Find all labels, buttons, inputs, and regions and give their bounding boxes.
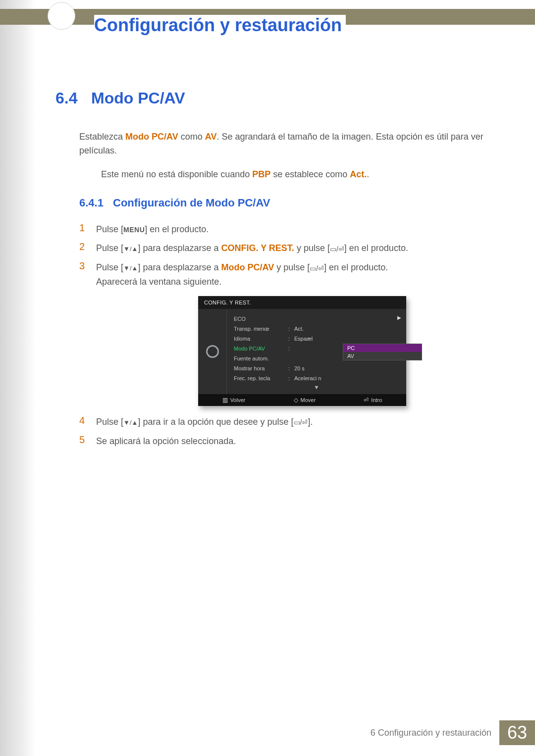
- step-3: 3 Pulse [▼/▲] para desplazarse a Modo PC…: [79, 260, 495, 289]
- down-arrow-icon: ▼: [234, 384, 399, 390]
- osd-row-transp: Transp. menœ:Act.: [234, 324, 399, 334]
- osd-option-av: AV: [343, 352, 422, 360]
- text: y pulse [: [274, 262, 310, 272]
- source-return-icon: ▭/⏎: [294, 419, 308, 426]
- right-arrow-icon: ▶: [397, 315, 401, 320]
- step-body: Se aplicará la opción seleccionada.: [96, 434, 495, 449]
- colon: :: [288, 336, 294, 342]
- text: Establezca: [79, 132, 125, 142]
- osd-footer-label: Volver: [230, 397, 246, 403]
- highlight-pbp: PBP: [252, 169, 270, 179]
- source-return-icon: ▭/⏎: [330, 246, 344, 252]
- osd-value: Espaæl: [294, 336, 399, 342]
- highlight-config-y-rest: CONFIG. Y REST.: [221, 243, 294, 253]
- step-2: 2 Pulse [▼/▲] para desplazarse a CONFIG.…: [79, 241, 495, 255]
- text: Pulse [: [96, 417, 123, 427]
- down-up-arrow-icon: ▼/▲: [123, 265, 138, 271]
- step-body: Pulse [▼/▲] para desplazarse a CONFIG. Y…: [96, 241, 495, 255]
- osd-label: Modo PC/AV: [234, 346, 288, 352]
- step-number: 2: [79, 241, 96, 252]
- step-number: 3: [79, 260, 96, 272]
- intro-paragraph: Establezca Modo PC/AV como AV. Se agrand…: [79, 130, 495, 158]
- step-number: 4: [79, 415, 96, 426]
- osd-dropdown: PC AV: [343, 344, 422, 360]
- left-gradient-stripe: [0, 0, 36, 756]
- text: y pulse [: [294, 243, 330, 253]
- down-up-arrow-icon: ▼/▲: [123, 419, 138, 426]
- osd-label: Idioma: [234, 336, 288, 342]
- back-icon: ▥: [222, 397, 228, 403]
- osd-body: ▶ ECO Transp. menœ:Act. Idioma:Espaæl Mo…: [198, 309, 406, 394]
- text: ] en el producto.: [344, 243, 408, 253]
- text: ] en el producto.: [145, 224, 209, 234]
- menu-button-label: MENU: [123, 224, 145, 235]
- text: Aparecerá la ventana siguiente.: [96, 277, 221, 287]
- subsection-heading: 6.4.1Configuración de Modo PC/AV: [79, 197, 495, 209]
- text: Pulse [: [96, 243, 123, 253]
- text: Pulse [: [96, 262, 123, 272]
- osd-label: ECO: [234, 316, 288, 322]
- chapter-number-circle: [48, 2, 75, 30]
- osd-screenshot: CONFIG. Y REST. ▶ ECO Transp. menœ:Act. …: [198, 296, 406, 406]
- section-number: 6.4: [55, 89, 91, 107]
- subsection-title: Configuración de Modo PC/AV: [113, 197, 270, 209]
- osd-row-mostrar-hora: Mostrar hora:20 s: [234, 363, 399, 373]
- highlight-act: Act.: [350, 169, 367, 179]
- text: Este menú no está disponible cuando: [101, 169, 252, 179]
- step-body: Pulse [▼/▲] para desplazarse a Modo PC/A…: [96, 260, 495, 289]
- highlight-modo-pcav: Modo PC/AV: [125, 132, 178, 142]
- chapter-title: Configuración y restauración: [94, 15, 346, 36]
- osd-row-frec-rep: Frec. rep. tecla:Aceleraci n: [234, 373, 399, 383]
- colon: :: [288, 346, 294, 352]
- colon: :: [288, 375, 294, 381]
- text: se establece como: [270, 169, 350, 179]
- section-title: Modo PC/AV: [91, 89, 185, 107]
- text: como: [178, 132, 205, 142]
- subsection-number: 6.4.1: [79, 197, 113, 209]
- osd-label: Fuente autom.: [234, 355, 288, 361]
- osd-main-panel: ▶ ECO Transp. menœ:Act. Idioma:Espaæl Mo…: [227, 309, 406, 394]
- enter-icon: ⏎: [364, 397, 369, 403]
- colon: :: [288, 365, 294, 371]
- osd-label: Frec. rep. tecla: [234, 375, 288, 381]
- osd-footer: ▥Volver ◇Mover ⏎Intro: [198, 394, 406, 406]
- osd-footer-enter: ⏎Intro: [364, 397, 382, 403]
- colon: :: [288, 326, 294, 332]
- osd-value: Act.: [294, 326, 399, 332]
- text: ].: [308, 417, 313, 427]
- osd-footer-back: ▥Volver: [222, 397, 246, 403]
- step-number: 5: [79, 434, 96, 446]
- osd-label: Mostrar hora: [234, 365, 288, 371]
- osd-label: Transp. menœ: [234, 326, 288, 332]
- osd-title: CONFIG. Y REST.: [198, 296, 406, 309]
- osd-value: 20 s: [294, 365, 399, 371]
- step-5: 5 Se aplicará la opción seleccionada.: [79, 434, 495, 449]
- step-number: 1: [79, 222, 96, 234]
- osd-left-panel: [198, 309, 227, 394]
- step-1: 1 Pulse [MENU] en el producto.: [79, 222, 495, 237]
- text: ] en el producto.: [324, 262, 388, 272]
- source-return-icon: ▭/⏎: [310, 265, 324, 272]
- highlight-av: AV: [205, 132, 217, 142]
- highlight-modo-pcav: Modo PC/AV: [221, 262, 274, 272]
- text: ] para desplazarse a: [138, 243, 221, 253]
- note-block: Este menú no está disponible cuando PBP …: [101, 168, 495, 182]
- osd-option-pc: PC: [343, 344, 422, 352]
- step-body: Pulse [▼/▲] para ir a la opción que dese…: [96, 415, 495, 429]
- page-number: 63: [499, 720, 535, 745]
- footer-chapter-label: 6 Configuración y restauración: [363, 720, 499, 745]
- text: .: [367, 169, 369, 179]
- osd-footer-label: Intro: [371, 397, 382, 403]
- osd-footer-label: Mover: [301, 397, 316, 403]
- text: Pulse [: [96, 224, 123, 234]
- step-body: Pulse [MENU] en el producto.: [96, 222, 495, 237]
- section-heading: 6.4Modo PC/AV: [55, 89, 495, 107]
- text: ] para ir a la opción que desee y pulse …: [138, 417, 293, 427]
- osd-row-eco: ECO: [234, 314, 399, 324]
- osd-value: Aceleraci n: [294, 375, 399, 381]
- page-content: 6.4Modo PC/AV Establezca Modo PC/AV como…: [55, 89, 495, 453]
- move-icon: ◇: [294, 397, 298, 403]
- down-up-arrow-icon: ▼/▲: [123, 246, 138, 252]
- page-footer: 6 Configuración y restauración 63: [363, 720, 535, 745]
- step-list: 1 Pulse [MENU] en el producto. 2 Pulse […: [79, 222, 495, 449]
